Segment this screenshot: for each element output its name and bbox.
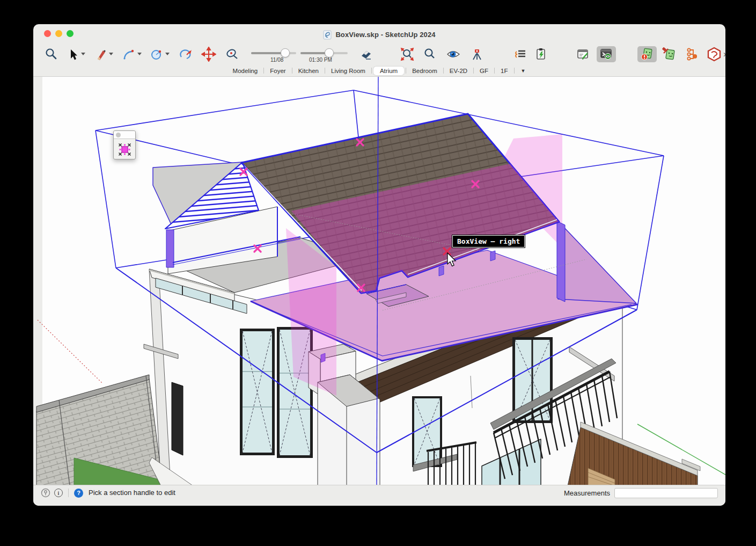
chevron-down-icon[interactable] — [137, 53, 142, 55]
traffic-lights — [44, 30, 74, 37]
desktop: BoxView.skp - SketchUp 2024 — [0, 0, 756, 546]
tab-overflow-arrow[interactable]: ▼ — [515, 67, 532, 75]
sketchup-window: BoxView.skp - SketchUp 2024 — [33, 24, 725, 506]
zoom-extents-icon[interactable] — [398, 46, 416, 62]
look-around-icon[interactable] — [444, 46, 463, 62]
circle-tool-icon[interactable] — [147, 46, 172, 62]
tab-ev-2d[interactable]: EV-2D — [444, 67, 473, 75]
toolbar-overflow-icon[interactable]: » — [723, 49, 725, 60]
zoom-button[interactable] — [67, 30, 74, 37]
search-icon[interactable] — [42, 46, 60, 62]
shadow-time-slider[interactable]: 01:30 PM — [299, 46, 349, 62]
node-graph-icon[interactable] — [682, 46, 701, 62]
chevron-down-icon[interactable] — [81, 53, 85, 55]
main-toolbar: 11/08 01:30 PM — [33, 43, 725, 65]
window-title: BoxView.skp - SketchUp 2024 — [335, 31, 435, 39]
panel-edit-icon[interactable] — [574, 46, 592, 62]
model-viewport[interactable]: BoxView — right — [33, 77, 725, 485]
select-tool-icon[interactable] — [63, 46, 88, 62]
measurements-input[interactable] — [614, 488, 718, 498]
close-button[interactable] — [44, 30, 51, 37]
tape-measure-icon[interactable] — [223, 46, 241, 62]
warehouse-cube-icon[interactable] — [705, 46, 723, 62]
move-tool-icon[interactable] — [200, 46, 218, 62]
window — [240, 329, 275, 455]
line-tool-icon[interactable] — [91, 46, 116, 62]
measurements-label: Measurements — [564, 489, 610, 497]
wall-post — [557, 221, 565, 302]
scene-tab-bar: Modeling Foyer Kitchen Living Room Atriu… — [33, 65, 725, 77]
shadow-time-label: 01:30 PM — [309, 57, 332, 63]
minimize-button[interactable] — [55, 30, 62, 37]
palette-close-icon[interactable] — [116, 133, 121, 137]
boxview-section-tool-icon[interactable] — [116, 141, 133, 157]
status-hint: Pick a section handle to edit — [89, 489, 175, 497]
tab-foyer[interactable]: Foyer — [264, 67, 291, 75]
tab-gf[interactable]: GF — [474, 67, 494, 75]
console-preview-icon[interactable] — [597, 46, 616, 62]
shadow-date-slider[interactable]: 11/08 — [250, 46, 297, 62]
zoom-icon[interactable] — [421, 46, 439, 62]
model-scene[interactable] — [33, 77, 725, 485]
arc-tool-icon[interactable] — [119, 46, 144, 62]
title-bar[interactable]: BoxView.skp - SketchUp 2024 — [33, 24, 725, 43]
wall-post — [166, 230, 174, 267]
inspector-fix-icon[interactable] — [660, 46, 678, 62]
shadow-date-label: 11/08 — [270, 57, 283, 63]
info-icon[interactable]: i — [54, 489, 63, 497]
geolocation-icon[interactable] — [41, 488, 50, 498]
help-icon[interactable]: ? — [74, 489, 83, 498]
rotate-tool-icon[interactable] — [176, 46, 194, 62]
position-camera-icon[interactable] — [468, 46, 486, 62]
generate-report-icon[interactable] — [511, 46, 529, 62]
status-bar: i ? Pick a section handle to edit Measur… — [33, 485, 725, 506]
tab-bedroom[interactable]: Bedroom — [406, 67, 443, 75]
tab-kitchen[interactable]: Kitchen — [292, 67, 325, 75]
chevron-down-icon[interactable] — [165, 53, 170, 55]
chevron-down-icon[interactable] — [109, 53, 113, 55]
boxview-tool-palette[interactable] — [113, 130, 136, 159]
window — [412, 396, 442, 467]
palette-title-bar[interactable] — [114, 131, 135, 139]
eraser-icon[interactable] — [357, 46, 376, 62]
balcony-railing-small — [427, 442, 476, 485]
tab-living-room[interactable]: Living Room — [325, 67, 371, 75]
inspector-issues-icon[interactable] — [637, 46, 657, 62]
section-tooltip: BoxView — right — [452, 235, 525, 247]
instant-paste-icon[interactable] — [532, 46, 551, 62]
tab-modeling[interactable]: Modeling — [227, 67, 264, 75]
document-icon — [323, 30, 332, 40]
tab-atrium[interactable]: Atrium — [373, 67, 404, 75]
tab-1f[interactable]: 1F — [495, 67, 513, 75]
